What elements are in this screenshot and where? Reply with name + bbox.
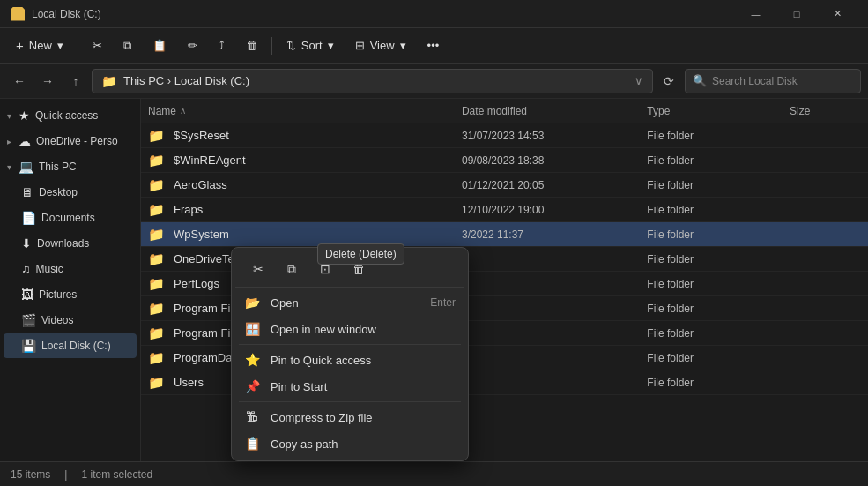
title-bar: Local Disk (C:) — □ ✕ [0, 0, 868, 28]
file-date-cell: 3/2022 11:37 [462, 228, 647, 241]
ctx-copy-path-item[interactable]: 📋 Copy as path [235, 430, 464, 457]
ctx-compress-label: Compress to Zip file [271, 411, 456, 424]
file-date-cell: 09/08/2023 18:38 [462, 153, 647, 167]
back-button[interactable]: ← [7, 69, 32, 93]
sort-label: Sort [301, 39, 323, 52]
folder-icon: 📁 [148, 251, 165, 267]
sidebar: ▾ ★ Quick access ▸ ☁ OneDrive - Perso ▾ … [0, 99, 141, 461]
videos-icon: 🎬 [21, 313, 36, 327]
ctx-pin-start-item[interactable]: 📌 Pin to Start [235, 373, 464, 400]
table-row[interactable]: 📁 $SysReset 31/07/2023 14:53 File folder [141, 123, 868, 148]
file-type-cell: File folder [647, 277, 790, 290]
ctx-pin-quick-access-item[interactable]: ⭐ Pin to Quick access [235, 347, 464, 373]
ctx-pin-start-icon: 📌 [244, 378, 260, 394]
file-date-label: 12/10/2022 19:00 [462, 204, 544, 216]
paste-button[interactable]: 📋 [144, 32, 175, 60]
sidebar-item-onedrive[interactable]: ▸ ☁ OneDrive - Perso [4, 129, 137, 153]
items-count: 15 items [11, 468, 50, 481]
folder-icon: 📁 [101, 74, 116, 88]
ctx-open-new-window-item[interactable]: 🪟 Open in new window [235, 316, 464, 342]
quick-access-label: Quick access [35, 109, 98, 122]
ctx-separator-1 [239, 344, 461, 345]
file-name-cell: 📁 Fraps [148, 202, 462, 218]
status-bar: 15 items | 1 item selected [0, 461, 868, 486]
table-row[interactable]: 📁 AeroGlass 01/12/2021 20:05 File folder [141, 173, 868, 198]
sidebar-item-this-pc[interactable]: ▾ 💻 This PC [4, 154, 137, 179]
delete-button[interactable]: 🗑 [237, 32, 266, 60]
sidebar-item-quick-access[interactable]: ▾ ★ Quick access [4, 103, 137, 128]
file-type-label: File folder [647, 130, 694, 142]
name-header-label: Name [148, 105, 176, 117]
file-type-label: File folder [647, 253, 694, 265]
file-type-label: File folder [647, 377, 694, 389]
folder-icon: 📁 [148, 227, 165, 243]
address-chevron: ∨ [634, 74, 643, 87]
ctx-open-item[interactable]: 📂 Open Enter [235, 289, 464, 316]
table-row[interactable]: 📁 WpSystem 3/2022 11:37 File folder [141, 222, 868, 247]
close-button[interactable]: ✕ [817, 0, 857, 28]
view-label: View [370, 39, 395, 52]
up-button[interactable]: ↑ [63, 69, 88, 93]
desktop-label: Desktop [39, 186, 78, 198]
sidebar-item-music[interactable]: ♫ Music [4, 257, 137, 281]
cut-icon: ✂ [93, 39, 102, 52]
ctx-open-new-window-label: Open in new window [271, 323, 445, 336]
status-separator-1: | [64, 468, 67, 481]
folder-icon: 📁 [148, 375, 165, 391]
app-icon [11, 7, 25, 21]
ctx-pin-start-label: Pin to Start [271, 380, 456, 393]
copy-button[interactable]: ⧉ [115, 32, 140, 60]
sidebar-item-pictures[interactable]: 🖼 Pictures [4, 282, 137, 307]
ctx-compress-item[interactable]: 🗜 Compress to Zip file [235, 404, 464, 430]
sidebar-item-videos[interactable]: 🎬 Videos [4, 308, 137, 333]
ctx-copy-button[interactable]: ⧉ [278, 257, 306, 281]
music-label: Music [36, 263, 63, 275]
ctx-cut-button[interactable]: ✂ [244, 257, 272, 281]
copy-icon: ⧉ [123, 39, 131, 53]
title-bar-left: Local Disk (C:) [11, 7, 101, 21]
file-name-cell: 📁 WpSystem [148, 227, 462, 243]
new-button[interactable]: + New ▾ [7, 32, 72, 60]
search-box[interactable]: 🔍 Search Local Disk [685, 69, 861, 93]
file-name-label: $SysReset [174, 129, 229, 142]
ctx-cut-icon: ✂ [253, 262, 263, 276]
table-row[interactable]: 📁 Fraps 12/10/2022 19:00 File folder [141, 198, 868, 222]
view-button[interactable]: ⊞ View ▾ [346, 32, 415, 60]
file-type-label: File folder [647, 352, 694, 364]
new-arrow: ▾ [57, 39, 63, 52]
forward-button[interactable]: → [35, 69, 60, 93]
more-button[interactable]: ••• [419, 32, 449, 60]
refresh-button[interactable]: ⟳ [657, 69, 681, 93]
file-date-label: 01/12/2021 20:05 [462, 179, 544, 191]
date-header-label: Date modified [462, 105, 527, 117]
search-placeholder: Search Local Disk [712, 75, 798, 87]
pictures-label: Pictures [39, 288, 77, 301]
file-type-label: File folder [647, 327, 694, 340]
ctx-pin-quick-access-icon: ⭐ [244, 352, 260, 368]
file-type-cell: File folder [647, 153, 790, 167]
col-name-header: Name ∧ [148, 105, 462, 117]
table-row[interactable]: 📁 $WinREAgent 09/08/2023 18:38 File fold… [141, 148, 868, 173]
maximize-button[interactable]: □ [776, 0, 817, 28]
address-input[interactable]: 📁 This PC › Local Disk (C:) ∨ [92, 69, 653, 93]
sort-button[interactable]: ⇅ Sort ▾ [278, 32, 343, 60]
selected-count: 1 item selected [81, 468, 152, 481]
ctx-copy-path-label: Copy as path [271, 437, 456, 451]
share-button[interactable]: ⤴ [210, 32, 234, 60]
desktop-icon: 🖥 [21, 185, 33, 199]
sidebar-item-local-disk[interactable]: 💾 Local Disk (C:) [4, 333, 137, 358]
address-bar: ← → ↑ 📁 This PC › Local Disk (C:) ∨ ⟳ 🔍 … [0, 64, 868, 99]
folder-icon: 📁 [148, 128, 165, 144]
context-menu: ✂ ⧉ ⊡ 🗑 📂 Open Enter 🪟 Open in new windo… [231, 247, 469, 461]
minimize-button[interactable]: — [736, 0, 776, 28]
sidebar-item-documents[interactable]: 📄 Documents [4, 206, 137, 230]
rename-button[interactable]: ✏ [179, 32, 206, 60]
onedrive-icon: ☁ [19, 134, 31, 148]
sidebar-item-downloads[interactable]: ⬇ Downloads [4, 231, 137, 256]
delete-icon: 🗑 [246, 39, 257, 52]
quick-access-expand-icon: ▾ [7, 111, 11, 121]
sidebar-item-desktop[interactable]: 🖥 Desktop [4, 180, 137, 205]
breadcrumb: This PC › Local Disk (C:) [123, 74, 627, 87]
cut-button[interactable]: ✂ [84, 32, 111, 60]
folder-icon: 📁 [148, 325, 165, 341]
